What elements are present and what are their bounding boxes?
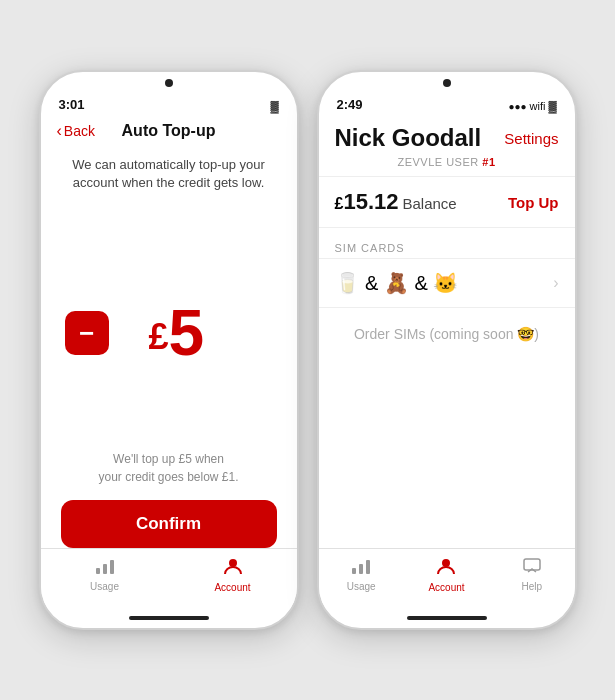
status-icons-1: ▓ xyxy=(270,100,278,112)
nav-title-1: Auto Top-up xyxy=(122,122,216,140)
balance-label: Balance xyxy=(402,195,456,212)
notch-1 xyxy=(124,72,214,94)
phone1-body: We can automatically top-up your account… xyxy=(41,146,297,548)
tab-help-2[interactable]: Help xyxy=(489,558,574,592)
back-label-1: Back xyxy=(64,123,95,139)
scene: 3:01 ▓ ‹ Back Auto Top-up We can automat… xyxy=(19,50,597,650)
svg-rect-4 xyxy=(352,568,356,574)
tab-usage-1[interactable]: Usage xyxy=(41,558,169,592)
phone-1: 3:01 ▓ ‹ Back Auto Top-up We can automat… xyxy=(39,70,299,630)
sim-emojis: 🥛 & 🧸 & 🐱 xyxy=(335,271,459,295)
tab-account-1[interactable]: Account xyxy=(169,557,297,593)
signal-icon-2: ●●● xyxy=(508,101,526,112)
svg-rect-2 xyxy=(110,560,114,574)
topup-button[interactable]: Top Up xyxy=(508,194,559,211)
home-bar-1 xyxy=(129,616,209,620)
balance-amount: 15.12 xyxy=(343,189,398,214)
svg-rect-6 xyxy=(366,560,370,574)
amount-row: − £5 xyxy=(65,226,277,440)
balance-row: £15.12Balance Top Up xyxy=(319,176,575,228)
minus-icon: − xyxy=(79,318,94,349)
user-header: Nick Goodall Settings xyxy=(319,116,575,156)
home-bar-2 xyxy=(407,616,487,620)
usage-icon-2 xyxy=(352,558,370,579)
svg-rect-1 xyxy=(103,564,107,574)
tab-usage-label-1: Usage xyxy=(90,581,119,592)
notch-dot-2 xyxy=(443,79,451,87)
battery-icon-2: ▓ xyxy=(548,100,556,112)
phone1-content: ‹ Back Auto Top-up We can automatically … xyxy=(41,116,297,628)
order-sims: Order SIMs (coming soon 🤓) xyxy=(319,308,575,360)
notch-dot-1 xyxy=(165,79,173,87)
tab-help-label-2: Help xyxy=(522,581,543,592)
svg-rect-5 xyxy=(359,564,363,574)
back-button-1[interactable]: ‹ Back xyxy=(57,122,95,140)
nav-bar-1: ‹ Back Auto Top-up xyxy=(41,116,297,146)
svg-point-3 xyxy=(229,559,237,567)
tab-account-label-2: Account xyxy=(428,582,464,593)
account-icon-2 xyxy=(437,557,455,580)
svg-rect-0 xyxy=(96,568,100,574)
minus-button[interactable]: − xyxy=(65,311,109,355)
tab-account-2[interactable]: Account xyxy=(404,557,489,593)
tab-account-label-1: Account xyxy=(214,582,250,593)
status-icons-2: ●●● wifi ▓ xyxy=(508,100,556,112)
home-indicator-2 xyxy=(319,608,575,628)
status-time-1: 3:01 xyxy=(59,97,85,112)
notch-2 xyxy=(402,72,492,94)
phone-2: 2:49 ●●● wifi ▓ Nick Goodall Settings ZE… xyxy=(317,70,577,630)
sim-row[interactable]: 🥛 & 🧸 & 🐱 › xyxy=(319,258,575,308)
account-icon-1 xyxy=(224,557,242,580)
auto-topup-description: We can automatically top-up your account… xyxy=(61,156,277,192)
tab-usage-label-2: Usage xyxy=(347,581,376,592)
usage-icon-1 xyxy=(96,558,114,579)
confirm-button[interactable]: Confirm xyxy=(61,500,277,548)
section-sim-cards: SIM CARDS xyxy=(319,228,575,258)
status-time-2: 2:49 xyxy=(337,97,363,112)
tab-usage-2[interactable]: Usage xyxy=(319,558,404,592)
tab-bar-1: Usage Account xyxy=(41,548,297,608)
home-indicator-1 xyxy=(41,608,297,628)
phone2-content: Nick Goodall Settings ZEVVLE USER #1 £15… xyxy=(319,116,575,628)
help-icon-2 xyxy=(523,558,541,579)
amount-display: £5 xyxy=(149,301,205,365)
user-name: Nick Goodall xyxy=(335,124,482,152)
amount-currency: £ xyxy=(149,316,169,357)
settings-link[interactable]: Settings xyxy=(504,130,558,147)
balance-info: £15.12Balance xyxy=(335,189,457,215)
user-number: #1 xyxy=(482,156,495,168)
tab-bar-2: Usage Account Help xyxy=(319,548,575,608)
user-sub: ZEVVLE USER #1 xyxy=(319,156,575,176)
amount-value: 5 xyxy=(169,297,205,369)
topup-note: We'll top up £5 when your credit goes be… xyxy=(61,450,277,486)
spacer-2 xyxy=(319,360,575,548)
wifi-icon-2: wifi xyxy=(530,100,546,112)
back-arrow-icon: ‹ xyxy=(57,122,62,140)
sim-chevron-icon: › xyxy=(553,274,558,292)
battery-icon-1: ▓ xyxy=(270,100,278,112)
svg-point-7 xyxy=(442,559,450,567)
